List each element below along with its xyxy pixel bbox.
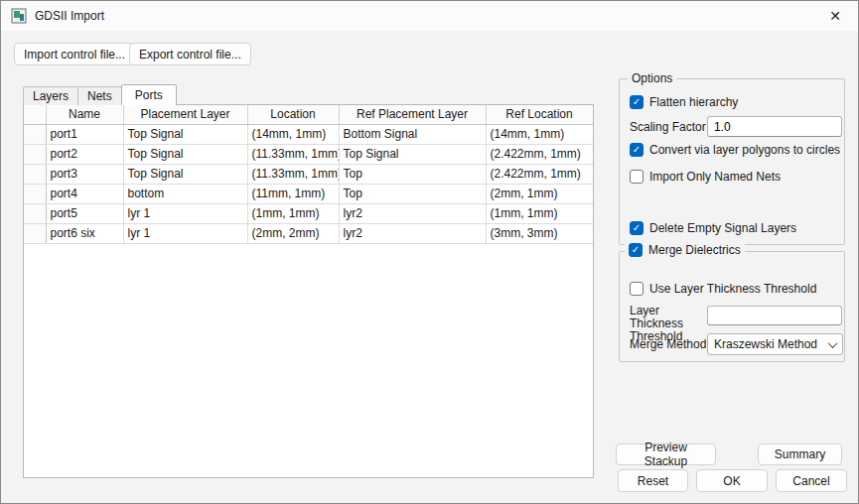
column-header[interactable]: Name [46,105,123,124]
table-cell[interactable]: Top Signal [123,144,247,164]
table-cell[interactable]: port3 [46,164,123,184]
table-cell[interactable]: (3mm, 3mm) [486,223,593,243]
merge-method-dropdown[interactable]: Kraszewski Method [707,333,843,355]
row-selector[interactable] [24,184,46,203]
column-header[interactable]: Placement Layer [123,105,247,124]
table-cell[interactable]: (11.33mm, 1mm) [247,144,339,164]
table-cell[interactable]: Top [339,164,486,184]
row-selector[interactable] [24,164,46,184]
table-cell[interactable]: port6 six [46,223,123,243]
table-cell[interactable]: port2 [46,144,123,164]
tab-layers[interactable]: Layers [23,86,78,105]
table-cell[interactable]: (2mm, 2mm) [247,223,339,243]
merge-dielectrics-group: ✓ Merge Dielectrics Use Layer Thickness … [619,251,845,362]
table-cell[interactable]: Top Signal [123,124,247,144]
column-header[interactable]: Location [247,105,339,124]
options-group-title: Options [628,71,676,85]
table-cell[interactable]: port1 [46,124,123,144]
cancel-button[interactable]: Cancel [776,469,847,492]
table-row[interactable]: port5lyr 1(1mm, 1mm)lyr2(1mm, 1mm) [24,203,593,223]
column-header[interactable]: Ref Placement Layer [339,105,486,124]
table-cell[interactable]: Top Signal [123,164,247,184]
chevron-down-icon [828,338,838,348]
convert-via-polygons-checkbox[interactable]: ✓ Convert via layer polygons to circles [630,143,840,157]
table-cell[interactable]: lyr 1 [123,223,247,243]
row-selector[interactable] [24,124,46,144]
import-only-named-nets-checkbox[interactable]: Import Only Named Nets [630,170,781,184]
row-selector[interactable] [24,203,46,223]
gdsii-import-dialog: GDSII Import ✕ Import control file... Ex… [0,0,859,504]
tab-bar: Layers Nets Ports [23,84,176,105]
checkbox-icon: ✓ [629,243,643,257]
summary-button[interactable]: Summary [758,443,842,465]
table-cell[interactable]: (14mm, 1mm) [247,124,339,144]
layer-thickness-threshold-input[interactable] [707,306,842,325]
table-cell[interactable]: lyr2 [339,203,486,223]
row-selector[interactable] [24,223,46,243]
checkbox-label: Convert via layer polygons to circles [649,143,840,157]
checkbox-icon: ✓ [630,95,644,109]
checkbox-icon [630,170,644,184]
export-control-file-button[interactable]: Export control file... [129,43,251,65]
table-cell[interactable]: (14mm, 1mm) [486,124,593,144]
table-row[interactable]: port3Top Signal(11.33mm, 1mm)Top(2.422mm… [24,164,593,184]
merge-method-label: Merge Method [630,337,706,351]
import-control-file-button[interactable]: Import control file... [14,43,135,65]
table-cell[interactable]: (11mm, 1mm) [247,184,339,203]
delete-empty-signal-layers-checkbox[interactable]: ✓ Delete Empty Signal Layers [630,221,796,235]
checkbox-label: Use Layer Thickness Threshold [649,282,816,296]
table-row[interactable]: port4bottom(11mm, 1mm)Top(2mm, 1mm) [24,184,593,203]
table-row[interactable]: port6 sixlyr 1(2mm, 2mm)lyr2(3mm, 3mm) [24,223,593,243]
table-cell[interactable]: Top Signal [339,144,486,164]
table-cell[interactable]: port5 [46,203,123,223]
preview-stackup-button[interactable]: Preview Stackup [616,443,716,465]
window-title: GDSII Import [35,9,104,23]
flatten-hierarchy-checkbox[interactable]: ✓ Flatten hierarchy [630,95,738,109]
table-cell[interactable]: (1mm, 1mm) [486,203,593,223]
ok-button[interactable]: OK [696,469,768,492]
tab-nets[interactable]: Nets [77,86,122,105]
table-cell[interactable]: Bottom Signal [339,124,486,144]
table-cell[interactable]: port4 [46,184,123,203]
table-cell[interactable]: (1mm, 1mm) [247,203,339,223]
close-icon[interactable]: ✕ [812,1,858,31]
table-row[interactable]: port1Top Signal(14mm, 1mm)Bottom Signal(… [24,124,593,144]
use-layer-thickness-threshold-checkbox[interactable]: Use Layer Thickness Threshold [630,282,816,296]
ports-table: NamePlacement LayerLocationRef Placement… [24,105,594,244]
reset-button[interactable]: Reset [618,469,688,492]
ports-table-area: NamePlacement LayerLocationRef Placement… [23,104,594,478]
table-cell[interactable]: (2.422mm, 1mm) [486,164,593,184]
options-group: Options ✓ Flatten hierarchy Scaling Fact… [619,78,845,245]
table-cell[interactable]: Top [339,184,486,203]
checkbox-icon: ✓ [630,143,644,157]
table-row[interactable]: port2Top Signal(11.33mm, 1mm)Top Signal(… [24,144,593,164]
checkbox-icon: ✓ [630,221,644,235]
table-cell[interactable]: lyr2 [339,223,486,243]
merge-method-value: Kraszewski Method [714,337,825,351]
table-cell[interactable]: bottom [123,184,247,203]
table-cell[interactable]: (2mm, 1mm) [486,184,593,203]
tab-ports[interactable]: Ports [121,84,177,105]
table-cell[interactable]: (11.33mm, 1mm) [247,164,339,184]
checkbox-label: Merge Dielectrics [648,243,741,257]
column-header[interactable] [24,105,46,124]
checkbox-label: Flatten hierarchy [649,95,738,109]
checkbox-label: Import Only Named Nets [649,170,781,184]
checkbox-icon [630,282,644,296]
title-bar: GDSII Import ✕ [1,1,858,31]
scaling-factor-input[interactable] [707,116,842,137]
column-header[interactable]: Ref Location [486,105,593,124]
scaling-factor-label: Scaling Factor [630,120,706,134]
table-cell[interactable]: (2.422mm, 1mm) [486,144,593,164]
table-cell[interactable]: lyr 1 [123,203,247,223]
row-selector[interactable] [24,144,46,164]
app-icon [11,8,27,24]
checkbox-label: Delete Empty Signal Layers [649,221,796,235]
merge-dielectrics-checkbox[interactable]: ✓ Merge Dielectrics [625,243,745,257]
